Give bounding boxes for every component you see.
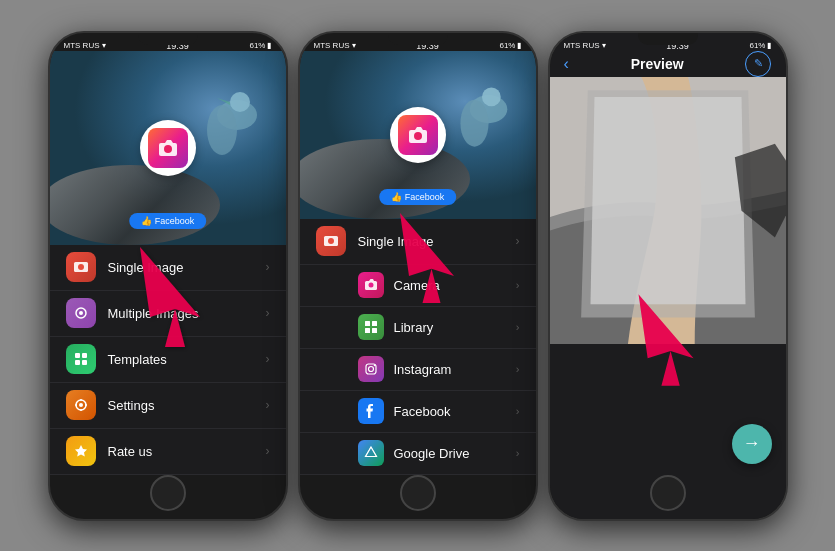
- home-button-2[interactable]: [400, 475, 436, 511]
- settings-icon: [66, 390, 96, 420]
- hero-bg-2: 👍 Facebook: [300, 51, 536, 219]
- bird-2: [437, 76, 512, 161]
- app-icon: [140, 120, 196, 176]
- svg-rect-29: [365, 321, 370, 326]
- submenu-facebook[interactable]: Facebook ›: [300, 391, 536, 433]
- facebook-badge-2: 👍 Facebook: [379, 189, 457, 205]
- instagram-svg: [364, 362, 378, 376]
- rate-us-label: Rate us: [108, 444, 266, 459]
- status-time-3: 19:39: [666, 41, 689, 51]
- library-svg: [364, 320, 378, 334]
- library-label: Library: [394, 320, 516, 335]
- phone-3: MTS RUS ▾ 19:39 61% ▮ ‹ Preview ✎: [548, 31, 788, 521]
- svg-rect-11: [75, 360, 80, 365]
- menu-item-templates[interactable]: Templates ›: [50, 337, 286, 383]
- next-fab-button[interactable]: →: [732, 424, 772, 464]
- svg-rect-9: [75, 353, 80, 358]
- rate-us-chevron: ›: [266, 444, 270, 458]
- preview-screen: MTS RUS ▾ 19:39 61% ▮ ‹ Preview ✎: [550, 33, 786, 519]
- preview-title: Preview: [631, 56, 684, 72]
- phone-1: MTS RUS ▾ 19:39 61% ▮: [48, 31, 288, 521]
- single-image-label: Single Image: [108, 260, 266, 275]
- camera-icon-2: [407, 124, 429, 146]
- status-time-2: 19:39: [416, 41, 439, 51]
- svg-rect-32: [372, 328, 377, 333]
- multiple-images-svg: [73, 305, 89, 321]
- svg-line-38: [371, 447, 377, 457]
- hero-bg-1: 👍 Facebook: [50, 51, 286, 245]
- multiple-images-label: Multiple Images: [108, 306, 266, 321]
- rate-us-svg: [73, 443, 89, 459]
- menu-item-multiple-images[interactable]: Multiple Images ›: [50, 291, 286, 337]
- svg-point-35: [373, 365, 375, 367]
- svg-point-34: [368, 367, 373, 372]
- submenu-camera[interactable]: Camera ›: [300, 265, 536, 307]
- settings-svg: [73, 397, 89, 413]
- facebook-badge-1: 👍 Facebook: [129, 213, 207, 229]
- facebook-chevron: ›: [516, 405, 520, 417]
- menu-list-1: Single Image › Multiple Images ›: [50, 245, 286, 475]
- menu-item-settings[interactable]: Settings ›: [50, 383, 286, 429]
- phone-1-screen: MTS RUS ▾ 19:39 61% ▮: [50, 33, 286, 519]
- single-image-icon: [66, 252, 96, 282]
- camera-submenu-icon: [358, 272, 384, 298]
- camera-icon: [157, 137, 179, 159]
- status-bar-3: MTS RUS ▾ 19:39 61% ▮: [550, 33, 786, 55]
- library-chevron: ›: [516, 321, 520, 333]
- preview-image: [550, 77, 786, 344]
- phone-3-screen: MTS RUS ▾ 19:39 61% ▮ ‹ Preview ✎: [550, 33, 786, 519]
- menu-item-rate-us[interactable]: Rate us ›: [50, 429, 286, 475]
- svg-point-4: [164, 145, 172, 153]
- svg-point-24: [414, 132, 422, 140]
- svg-rect-12: [82, 360, 87, 365]
- templates-svg: [73, 351, 89, 367]
- submenu-google-drive[interactable]: Google Drive ›: [300, 433, 536, 475]
- back-button[interactable]: ‹: [564, 55, 569, 73]
- hero-image-1: 👍 Facebook: [50, 51, 286, 245]
- app-icon-inner-2: [398, 115, 438, 155]
- menu-item-single-image[interactable]: Single Image ›: [50, 245, 286, 291]
- svg-point-22: [482, 87, 501, 106]
- screen-content-1: 👍 Facebook Single Image ›: [50, 51, 286, 475]
- instagram-label: Instagram: [394, 362, 516, 377]
- hero-image-2: 👍 Facebook: [300, 51, 536, 219]
- app-icon-2: [390, 107, 446, 163]
- svg-point-1: [207, 105, 237, 155]
- single-image-label-2: Single Image: [358, 234, 516, 249]
- preview-scene: [550, 77, 786, 344]
- google-drive-label: Google Drive: [394, 446, 516, 461]
- templates-chevron: ›: [266, 352, 270, 366]
- svg-rect-10: [82, 353, 87, 358]
- multiple-images-icon: [66, 298, 96, 328]
- multiple-images-chevron: ›: [266, 306, 270, 320]
- single-image-chevron: ›: [266, 260, 270, 274]
- status-battery-2: 61% ▮: [499, 41, 521, 50]
- svg-point-26: [328, 238, 334, 244]
- svg-point-8: [79, 311, 83, 315]
- templates-icon: [66, 344, 96, 374]
- status-time-1: 19:39: [166, 41, 189, 51]
- status-battery-3: 61% ▮: [749, 41, 771, 50]
- svg-point-21: [460, 99, 488, 146]
- facebook-submenu-icon: [358, 398, 384, 424]
- submenu-list-2: Camera › Library ›: [300, 265, 536, 475]
- single-image-svg-2: [323, 233, 339, 249]
- svg-marker-36: [365, 447, 376, 457]
- google-drive-svg: [364, 446, 378, 460]
- templates-label: Templates: [108, 352, 266, 367]
- home-button-1[interactable]: [150, 475, 186, 511]
- status-bar-1: MTS RUS ▾ 19:39 61% ▮: [50, 33, 286, 55]
- home-button-3[interactable]: [650, 475, 686, 511]
- google-drive-chevron: ›: [516, 447, 520, 459]
- menu-item-single-image-2[interactable]: Single Image ›: [300, 219, 536, 265]
- instagram-chevron: ›: [516, 363, 520, 375]
- submenu-instagram[interactable]: Instagram ›: [300, 349, 536, 391]
- instagram-submenu-icon: [358, 356, 384, 382]
- submenu-library[interactable]: Library ›: [300, 307, 536, 349]
- svg-rect-30: [372, 321, 377, 326]
- menu-top-2: Single Image ›: [300, 219, 536, 265]
- camera-lens-2: [300, 139, 470, 219]
- svg-point-2: [230, 92, 250, 112]
- svg-line-37: [365, 447, 371, 457]
- svg-point-14: [79, 403, 83, 407]
